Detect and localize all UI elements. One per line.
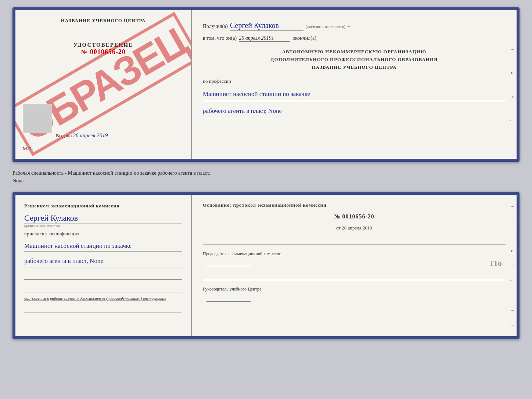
commission-title: Решением экзаменационной комиссии xyxy=(24,202,182,210)
side-marks: – – и а ← – xyxy=(509,10,514,159)
blank-line-2 xyxy=(24,285,182,292)
chairman-block: Председатель экзаменационной комиссии xyxy=(203,250,506,266)
допускается-text: допускается к работе согласно должностны… xyxy=(24,296,182,300)
protocol-date: от 26 апреля 2019 xyxy=(203,225,506,231)
qual-label: присвоена квалификация xyxy=(24,231,182,237)
top-left-panel: НАЗВАНИЕ УЧЕБНОГО ЦЕНТРА УДОСТОВЕРЕНИЕ №… xyxy=(15,10,192,159)
blank-line-3 xyxy=(24,306,182,313)
profession-line2: рабочего агента в пласт, None xyxy=(203,106,506,118)
chairman-sig-line xyxy=(206,258,251,267)
blank-line-1 xyxy=(24,272,182,280)
head-sig-line xyxy=(206,293,251,302)
qual-line1: Машинист насосной станции по закачке xyxy=(24,241,182,252)
mp-label: М.П. xyxy=(23,146,33,152)
date-line: в том, что он(а) 26 апреля 2019г. окончи… xyxy=(203,35,506,42)
photo-placeholder xyxy=(23,104,52,133)
bottom-document: Решением экзаменационной комиссии Сергей… xyxy=(12,192,520,339)
qual-line2: рабочего агента в пласт, None xyxy=(24,256,182,267)
ito-mark: ITo xyxy=(490,259,502,268)
cert-title: УДОСТОВЕРЕНИЕ xyxy=(73,42,133,48)
recipient-name: Сергей Кулаков xyxy=(230,21,303,31)
top-document: НАЗВАНИЕ УЧЕБНОГО ЦЕНТРА УДОСТОВЕРЕНИЕ №… xyxy=(12,7,520,162)
between-text: Рабочая специальность - Машинист насосно… xyxy=(12,168,520,186)
bottom-person-name: Сергей Кулаков (фамилия, имя, отчество) xyxy=(24,213,182,228)
top-right-panel: Получил(а) Сергей Кулаков (фамилия, имя,… xyxy=(192,10,517,159)
recipient-line: Получил(а) Сергей Кулаков (фамилия, имя,… xyxy=(203,21,506,31)
bottom-right-side-marks: – – – и а ← – – – xyxy=(509,195,514,336)
date-value: 26 апреля 2019г. xyxy=(239,35,290,42)
fio-label-top: (фамилия, имя, отчество) xyxy=(306,25,345,29)
org-text: АВТОНОМНУЮ НЕКОММЕРЧЕСКУЮ ОРГАНИЗАЦИЮ ДО… xyxy=(203,48,506,71)
issued-date: Выдано 26 апреля 2019 xyxy=(56,132,108,139)
head-block: Руководитель учебного Центра xyxy=(203,285,506,302)
cert-number: № 0010656-20 xyxy=(81,48,126,56)
profession-label: по профессии xyxy=(203,78,506,84)
blank-line-br xyxy=(203,273,506,280)
bottom-right-panel: Основание: протокол экзаменационной коми… xyxy=(192,195,517,336)
protocol-blank xyxy=(203,238,506,245)
profession-line1: Машинист насосной станции по закачке xyxy=(203,89,506,101)
bottom-left-panel: Решением экзаменационной комиссии Сергей… xyxy=(15,195,192,336)
protocol-number: № 0010656-20 xyxy=(203,213,506,220)
osnование-title: Основание: протокол экзаменационной коми… xyxy=(203,202,506,208)
school-name-top: НАЗВАНИЕ УЧЕБНОГО ЦЕНТРА xyxy=(61,18,146,24)
